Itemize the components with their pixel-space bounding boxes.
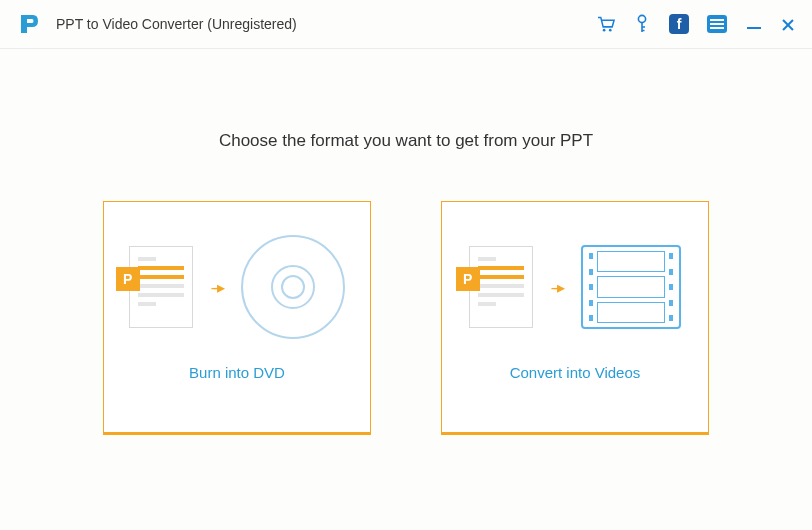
filmstrip-icon [581, 245, 681, 329]
svg-point-2 [638, 15, 645, 22]
convert-video-option[interactable]: P --▸ Convert into Videos [441, 201, 709, 435]
ppt-document-icon: P [129, 246, 193, 328]
minimize-button[interactable] [745, 15, 763, 33]
menu-icon[interactable] [707, 15, 727, 33]
toolbar: f [597, 14, 794, 34]
video-option-label: Convert into Videos [510, 364, 641, 381]
video-art: P --▸ [469, 222, 682, 352]
window-title: PPT to Video Converter (Unregistered) [56, 16, 297, 32]
arrow-icon: --▸ [551, 278, 564, 297]
facebook-icon[interactable]: f [669, 14, 689, 34]
titlebar: PPT to Video Converter (Unregistered) f [0, 0, 812, 49]
ppt-document-icon: P [469, 246, 533, 328]
cart-icon[interactable] [597, 15, 615, 33]
burn-dvd-option[interactable]: P --▸ Burn into DVD [103, 201, 371, 435]
arrow-icon: --▸ [211, 278, 224, 297]
dvd-option-label: Burn into DVD [189, 364, 285, 381]
close-button[interactable] [781, 18, 794, 31]
svg-point-0 [603, 28, 606, 31]
format-options: P --▸ Burn into DVD P --▸ [0, 201, 812, 435]
key-icon[interactable] [633, 15, 651, 33]
dvd-disc-icon [241, 235, 345, 339]
main-content: Choose the format you want to get from y… [0, 49, 812, 435]
dvd-art: P --▸ [129, 222, 346, 352]
app-logo-icon [18, 13, 40, 35]
svg-point-1 [609, 28, 612, 31]
page-heading: Choose the format you want to get from y… [0, 131, 812, 151]
